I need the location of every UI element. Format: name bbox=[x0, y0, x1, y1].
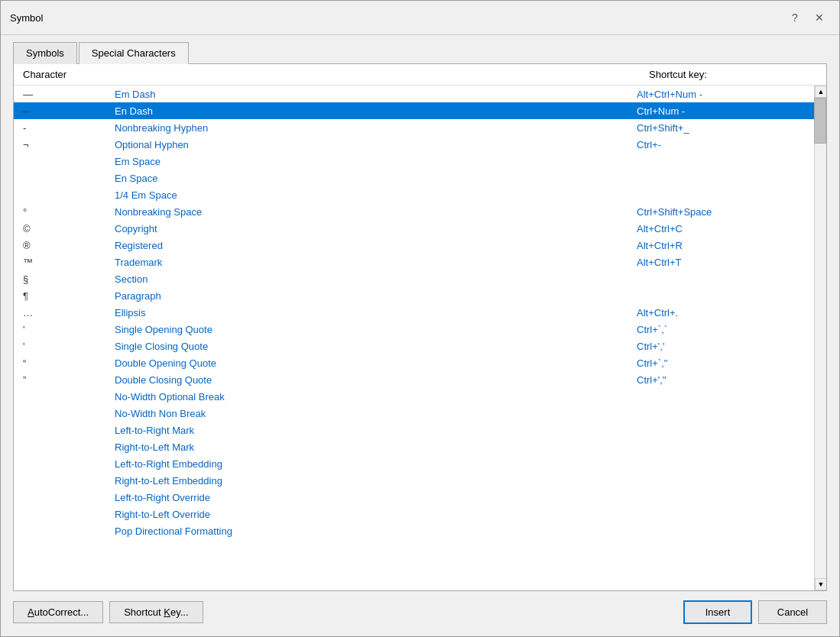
shortcut-key-label: Shortcut Key... bbox=[124, 606, 188, 618]
bottom-left: AutoCorrect... Shortcut Key... bbox=[13, 601, 203, 623]
row-name: Copyright bbox=[115, 223, 637, 234]
row-char: § bbox=[23, 273, 115, 285]
scrollbar-down-arrow[interactable]: ▼ bbox=[815, 578, 826, 590]
scrollbar-up-arrow[interactable]: ▲ bbox=[815, 86, 826, 98]
bottom-bar: AutoCorrect... Shortcut Key... Insert Ca… bbox=[13, 600, 827, 624]
list-item[interactable]: Left-to-Right Mark bbox=[14, 422, 814, 438]
shortcut-key-underline: K bbox=[164, 606, 170, 618]
title-bar-left: Symbol bbox=[10, 12, 43, 24]
column-headers: Character Shortcut key: bbox=[14, 64, 826, 86]
list-item[interactable]: Right-to-Left Embedding bbox=[14, 472, 814, 489]
help-button[interactable]: ? bbox=[784, 7, 806, 28]
list-item[interactable]: Em Space bbox=[14, 153, 814, 170]
list-item[interactable]: - Nonbreaking Hyphen Ctrl+Shift+_ bbox=[14, 119, 814, 136]
row-char: - bbox=[23, 122, 115, 134]
row-shortcut: Ctrl+- bbox=[637, 139, 805, 150]
row-name: En Space bbox=[115, 173, 637, 184]
insert-button[interactable]: Insert bbox=[683, 600, 752, 624]
row-shortcut: Ctrl+',' bbox=[637, 341, 805, 352]
tab-symbols[interactable]: Symbols bbox=[13, 42, 77, 64]
list-item[interactable]: Left-to-Right Override bbox=[14, 489, 814, 506]
row-char: “ bbox=[23, 357, 115, 369]
row-char: — bbox=[23, 89, 115, 100]
row-name: Double Closing Quote bbox=[115, 374, 637, 386]
row-name: Ellipsis bbox=[115, 307, 637, 318]
shortcut-key-button[interactable]: Shortcut Key... bbox=[109, 601, 203, 623]
list-item[interactable]: ' Single Closing Quote Ctrl+',' bbox=[14, 338, 814, 354]
row-name: En Dash bbox=[115, 105, 637, 117]
row-shortcut: Alt+Ctrl+T bbox=[637, 257, 805, 268]
list-item[interactable]: ” Double Closing Quote Ctrl+'," bbox=[14, 371, 814, 388]
autocorrect-underline: A bbox=[28, 606, 34, 618]
row-name: Left-to-Right Override bbox=[115, 492, 637, 503]
dialog-content: Symbols Special Characters Character Sho… bbox=[1, 35, 839, 636]
row-char: ™ bbox=[23, 257, 115, 268]
col-header-character: Character bbox=[23, 69, 115, 80]
list-item[interactable]: ' Single Opening Quote Ctrl+`,` bbox=[14, 321, 814, 338]
row-shortcut: Ctrl+Shift+Space bbox=[637, 206, 805, 218]
row-char: ¬ bbox=[23, 139, 115, 150]
row-name: Em Space bbox=[115, 156, 637, 167]
title-bar-right: ? ✕ bbox=[784, 7, 830, 28]
list-item[interactable]: Right-to-Left Mark bbox=[14, 438, 814, 455]
dialog-title: Symbol bbox=[10, 12, 43, 24]
list-item[interactable]: – En Dash Ctrl+Num - bbox=[14, 102, 814, 119]
list-item[interactable]: … Ellipsis Alt+Ctrl+. bbox=[14, 304, 814, 321]
row-char: © bbox=[23, 223, 115, 234]
row-name: No-Width Non Break bbox=[115, 408, 637, 419]
list-item[interactable]: ¶ Paragraph bbox=[14, 287, 814, 304]
row-name: Optional Hyphen bbox=[115, 139, 637, 150]
close-button[interactable]: ✕ bbox=[809, 7, 830, 28]
list-item[interactable]: Left-to-Right Embedding bbox=[14, 455, 814, 472]
scrollbar-thumb[interactable] bbox=[814, 98, 826, 144]
panel: Character Shortcut key: — Em Dash Alt+Ct… bbox=[13, 64, 827, 591]
row-name: Nonbreaking Space bbox=[115, 206, 637, 218]
cancel-button[interactable]: Cancel bbox=[758, 600, 827, 624]
tab-special-characters[interactable]: Special Characters bbox=[79, 42, 189, 64]
row-char: ¶ bbox=[23, 290, 115, 302]
row-name: Right-to-Left Mark bbox=[115, 441, 637, 453]
row-shortcut: Ctrl+Shift+_ bbox=[637, 122, 805, 134]
symbol-dialog: Symbol ? ✕ Symbols Special Characters Ch… bbox=[0, 0, 840, 637]
row-name: Single Closing Quote bbox=[115, 341, 637, 352]
row-name: Left-to-Right Mark bbox=[115, 425, 637, 436]
row-name: Left-to-Right Embedding bbox=[115, 458, 637, 470]
row-char: … bbox=[23, 307, 115, 318]
list-item[interactable]: Pop Directional Formatting bbox=[14, 522, 814, 539]
row-name: Right-to-Left Override bbox=[115, 509, 637, 520]
row-char: ° bbox=[23, 206, 115, 218]
list-item[interactable]: No-Width Optional Break bbox=[14, 388, 814, 405]
list-item[interactable]: 1/4 Em Space bbox=[14, 186, 814, 203]
scrollbar[interactable]: ▲ ▼ bbox=[814, 86, 826, 590]
row-name: 1/4 Em Space bbox=[115, 189, 637, 201]
list-item[interactable]: No-Width Non Break bbox=[14, 405, 814, 422]
row-name: Paragraph bbox=[115, 290, 637, 302]
col-header-name bbox=[115, 69, 649, 80]
row-shortcut: Alt+Ctrl+R bbox=[637, 240, 805, 251]
row-shortcut: Ctrl+`,` bbox=[637, 324, 805, 335]
list-item[interactable]: ¬ Optional Hyphen Ctrl+- bbox=[14, 136, 814, 153]
row-shortcut: Alt+Ctrl+. bbox=[637, 307, 805, 318]
list-container[interactable]: — Em Dash Alt+Ctrl+Num - – En Dash Ctrl+… bbox=[14, 86, 826, 590]
row-name: Right-to-Left Embedding bbox=[115, 475, 637, 487]
row-shortcut: Ctrl+Num - bbox=[637, 105, 805, 117]
title-bar: Symbol ? ✕ bbox=[1, 1, 839, 35]
list-item[interactable]: © Copyright Alt+Ctrl+C bbox=[14, 220, 814, 237]
list-item[interactable]: ° Nonbreaking Space Ctrl+Shift+Space bbox=[14, 203, 814, 220]
list-item[interactable]: ® Registered Alt+Ctrl+R bbox=[14, 237, 814, 254]
rows-container: — Em Dash Alt+Ctrl+Num - – En Dash Ctrl+… bbox=[14, 86, 826, 539]
autocorrect-button[interactable]: AutoCorrect... bbox=[13, 601, 103, 623]
autocorrect-label: AutoCorrect... bbox=[28, 606, 89, 618]
list-item[interactable]: — Em Dash Alt+Ctrl+Num - bbox=[14, 86, 814, 102]
list-item[interactable]: En Space bbox=[14, 170, 814, 186]
row-char: ® bbox=[23, 240, 115, 251]
list-item[interactable]: Right-to-Left Override bbox=[14, 506, 814, 522]
row-char: ' bbox=[23, 341, 115, 352]
list-item[interactable]: “ Double Opening Quote Ctrl+`," bbox=[14, 354, 814, 371]
list-item[interactable]: § Section bbox=[14, 270, 814, 287]
tabs: Symbols Special Characters bbox=[13, 41, 827, 64]
list-item[interactable]: ™ Trademark Alt+Ctrl+T bbox=[14, 254, 814, 270]
row-char: ” bbox=[23, 374, 115, 386]
row-shortcut: Ctrl+`," bbox=[637, 357, 805, 369]
bottom-right: Insert Cancel bbox=[683, 600, 827, 624]
